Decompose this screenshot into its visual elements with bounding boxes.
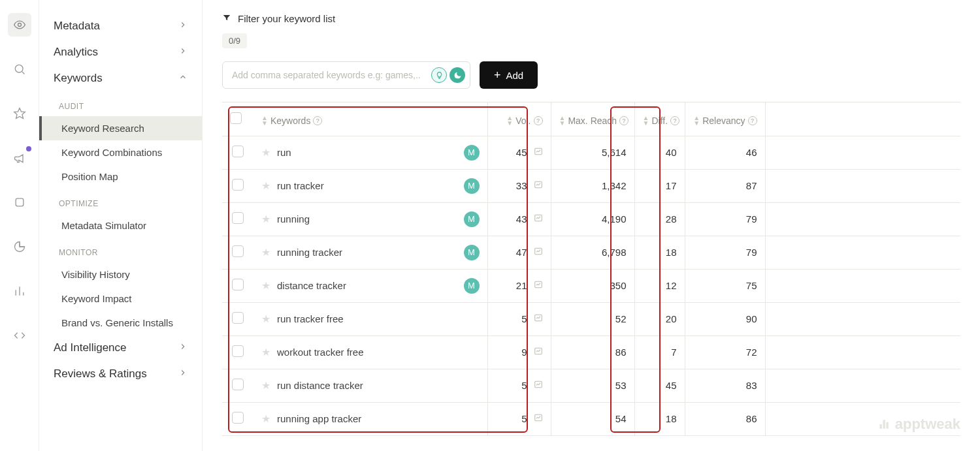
table-row: ★runningM434,1902879 (222, 202, 960, 236)
trend-chart-icon[interactable] (534, 180, 543, 191)
trend-chart-icon[interactable] (534, 147, 543, 158)
table-row: ★running app tracker5541886 (222, 402, 960, 435)
pie-icon[interactable] (8, 235, 31, 258)
help-icon[interactable]: ? (313, 116, 322, 125)
nav-sub-metadata-simulator[interactable]: Metadata Simulator (39, 213, 202, 238)
help-icon[interactable]: ? (748, 116, 757, 125)
cell-spacer (765, 335, 960, 369)
row-checkbox[interactable] (222, 236, 253, 269)
nav-sub-brand-vs-generic-installs[interactable]: Brand vs. Generic Installs (39, 311, 202, 335)
row-checkbox[interactable] (222, 302, 253, 335)
row-checkbox[interactable] (222, 369, 253, 402)
star-icon[interactable]: ★ (261, 146, 270, 159)
star-icon[interactable]: ★ (261, 313, 270, 325)
cell-rel: 46 (685, 136, 765, 169)
header-keywords[interactable]: ▲▼Keywords ? (253, 102, 487, 136)
bulb-icon[interactable] (431, 67, 447, 83)
nav-sub-keyword-combinations[interactable]: Keyword Combinations (39, 140, 202, 164)
star-icon[interactable]: ★ (261, 379, 270, 392)
star-icon[interactable]: ★ (261, 246, 270, 258)
search-icon[interactable] (8, 57, 31, 81)
cell-reach: 86 (551, 335, 634, 369)
svg-rect-2 (16, 198, 24, 206)
row-checkbox[interactable] (222, 269, 253, 302)
header-rel[interactable]: ▲▼Relevancy ? (685, 102, 765, 136)
svg-point-1 (15, 65, 23, 72)
filter-label: Filter your keyword list (238, 13, 335, 24)
cell-spacer (765, 169, 960, 202)
megaphone-icon[interactable] (8, 146, 31, 170)
cell-vol: 33 (487, 169, 551, 202)
cell-keyword: ★running trackerM (253, 236, 487, 269)
add-button[interactable]: + Add (480, 61, 538, 89)
trend-chart-icon[interactable] (534, 380, 543, 391)
nav-item-keywords[interactable]: Keywords (39, 65, 202, 91)
keyword-text: run tracker (277, 180, 324, 191)
nav-sub-keyword-research[interactable]: Keyword Research (39, 116, 202, 140)
star-icon[interactable]: ★ (261, 179, 270, 192)
nav-item-analytics[interactable]: Analytics (39, 39, 202, 65)
cell-reach: 350 (551, 269, 634, 302)
cell-keyword: ★runM (253, 136, 487, 169)
header-checkbox[interactable] (222, 102, 253, 136)
svg-point-0 (18, 23, 21, 27)
cell-spacer (765, 236, 960, 269)
trend-chart-icon[interactable] (534, 347, 543, 358)
cell-reach: 5,614 (551, 136, 634, 169)
eye-icon[interactable] (8, 13, 31, 37)
nav-item-reviews-ratings[interactable]: Reviews & Ratings (39, 361, 202, 387)
nav-group-label: OPTIMIZE (39, 189, 202, 213)
cell-rel: 86 (685, 402, 765, 435)
cell-reach: 1,342 (551, 169, 634, 202)
row-checkbox[interactable] (222, 136, 253, 169)
cell-rel: 75 (685, 269, 765, 302)
header-reach[interactable]: ▲▼Max. Reach ? (551, 102, 634, 136)
help-icon[interactable]: ? (619, 116, 629, 125)
star-icon[interactable]: ★ (261, 213, 270, 225)
cell-spacer (765, 369, 960, 402)
chevron-up-icon (178, 72, 188, 85)
keyword-text: run (277, 147, 291, 158)
cell-diff: 17 (634, 169, 685, 202)
trend-chart-icon[interactable] (534, 213, 543, 225)
cell-vol: 5 (487, 369, 551, 402)
moon-icon[interactable] (449, 67, 465, 83)
header-vol[interactable]: ▲▼Vol. ? (487, 102, 551, 136)
nav-sub-keyword-impact[interactable]: Keyword Impact (39, 287, 202, 311)
chevron-right-icon (178, 367, 188, 381)
star-icon[interactable]: ★ (261, 279, 270, 292)
cell-reach: 6,798 (551, 236, 634, 269)
bar-chart-icon[interactable] (8, 279, 31, 303)
nav-sub-position-map[interactable]: Position Map (39, 164, 202, 189)
help-icon[interactable]: ? (670, 116, 679, 125)
cell-reach: 4,190 (551, 202, 634, 236)
cell-rel: 83 (685, 369, 765, 402)
code-icon[interactable] (8, 324, 31, 347)
star-icon[interactable] (8, 102, 31, 125)
cell-rel: 90 (685, 302, 765, 335)
nav-item-ad-intelligence[interactable]: Ad Intelligence (39, 335, 202, 361)
row-checkbox[interactable] (222, 202, 253, 236)
trend-chart-icon[interactable] (534, 247, 543, 258)
cell-vol: 9 (487, 335, 551, 369)
header-diff[interactable]: ▲▼Diff. ? (634, 102, 685, 136)
star-icon[interactable]: ★ (261, 346, 270, 358)
nav-item-metadata[interactable]: Metadata (39, 13, 202, 39)
trend-chart-icon[interactable] (534, 280, 543, 291)
cell-spacer (765, 136, 960, 169)
metadata-badge: M (464, 245, 480, 260)
star-icon[interactable]: ★ (261, 412, 270, 425)
row-checkbox[interactable] (222, 169, 253, 202)
row-checkbox[interactable] (222, 402, 253, 435)
help-icon[interactable]: ? (534, 116, 543, 125)
table-row: ★run distance tracker5534583 (222, 369, 960, 402)
row-checkbox[interactable] (222, 335, 253, 369)
add-keywords-row: + Add (222, 61, 960, 89)
trend-chart-icon[interactable] (534, 313, 543, 324)
nav-sub-visibility-history[interactable]: Visibility History (39, 262, 202, 287)
filter-row[interactable]: Filter your keyword list (222, 13, 960, 24)
trend-chart-icon[interactable] (534, 413, 543, 424)
metadata-badge: M (464, 145, 480, 161)
square-icon[interactable] (8, 191, 31, 214)
filter-icon (222, 13, 231, 24)
